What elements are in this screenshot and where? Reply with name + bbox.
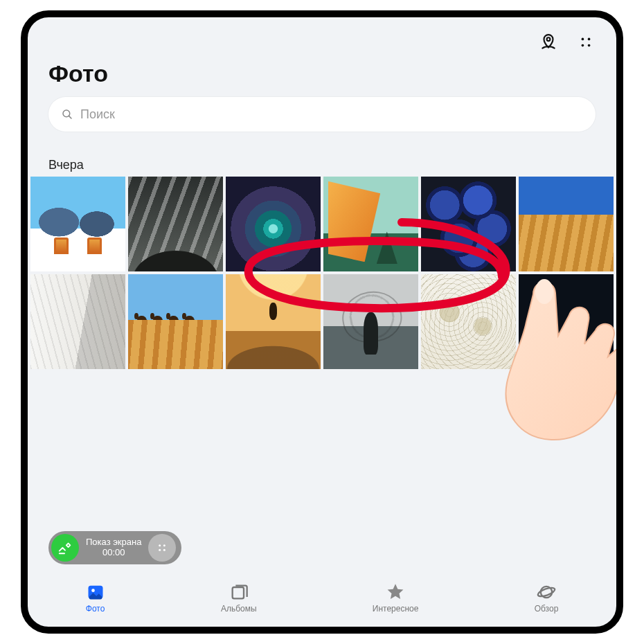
nav-label: Обзор <box>535 604 559 614</box>
photo-thumb[interactable] <box>421 177 516 271</box>
screen-share-timer: 00:00 <box>102 548 125 558</box>
nav-tab-highlights[interactable]: Интересное <box>373 582 419 614</box>
photo-thumb[interactable] <box>519 177 614 271</box>
svg-point-4 <box>588 44 591 47</box>
svg-point-9 <box>159 549 161 551</box>
screen-share-pill[interactable]: Показ экрана 00:00 <box>48 531 181 564</box>
section-label-yesterday: Вчера <box>28 141 616 177</box>
svg-point-0 <box>547 37 551 41</box>
nav-label: Альбомы <box>221 604 257 614</box>
svg-point-7 <box>159 544 161 546</box>
photo-thumb[interactable] <box>128 177 223 271</box>
photo-thumb[interactable] <box>226 177 321 271</box>
photo-thumb[interactable] <box>30 274 125 369</box>
photo-thumb[interactable] <box>519 274 614 369</box>
pill-more-icon[interactable] <box>148 534 176 562</box>
svg-point-8 <box>163 544 166 546</box>
star-icon <box>386 582 405 602</box>
photo-thumb[interactable] <box>421 274 516 369</box>
bottom-nav: Фото Альбомы Интересное Обзор <box>28 573 616 627</box>
title-row: Фото <box>28 52 616 97</box>
more-dots-icon[interactable] <box>576 33 596 52</box>
photo-thumb[interactable] <box>128 274 223 369</box>
nav-label: Фото <box>86 604 105 614</box>
nav-label: Интересное <box>373 604 419 614</box>
svg-point-2 <box>588 38 591 41</box>
photo-thumb[interactable] <box>226 274 321 369</box>
search-row <box>28 97 616 141</box>
map-pin-icon[interactable] <box>539 33 558 52</box>
header-bar <box>28 17 616 52</box>
svg-point-15 <box>537 586 555 598</box>
photo-thumb[interactable] <box>323 274 418 369</box>
tablet-frame: Фото Вчера <box>21 10 623 634</box>
page-title: Фото <box>48 60 596 87</box>
screen-share-text: Показ экрана 00:00 <box>86 537 141 558</box>
planet-icon <box>537 582 556 602</box>
svg-point-3 <box>582 44 584 47</box>
photo-icon <box>86 582 105 602</box>
svg-line-6 <box>69 116 71 118</box>
search-field[interactable] <box>48 97 596 132</box>
nav-tab-browse[interactable]: Обзор <box>535 582 559 614</box>
photo-thumb[interactable] <box>30 177 125 271</box>
albums-icon <box>229 582 249 602</box>
screen-share-label: Показ экрана <box>86 537 141 548</box>
photo-grid <box>28 177 616 369</box>
svg-point-1 <box>582 38 584 41</box>
photo-thumb[interactable] <box>323 177 418 271</box>
svg-point-10 <box>163 549 166 551</box>
nav-tab-photos[interactable]: Фото <box>86 582 105 614</box>
nav-tab-albums[interactable]: Альбомы <box>221 582 257 614</box>
annotate-icon[interactable] <box>51 534 79 562</box>
search-icon <box>61 108 73 120</box>
svg-point-12 <box>91 589 95 592</box>
svg-rect-13 <box>232 587 243 598</box>
search-input[interactable] <box>80 107 583 122</box>
